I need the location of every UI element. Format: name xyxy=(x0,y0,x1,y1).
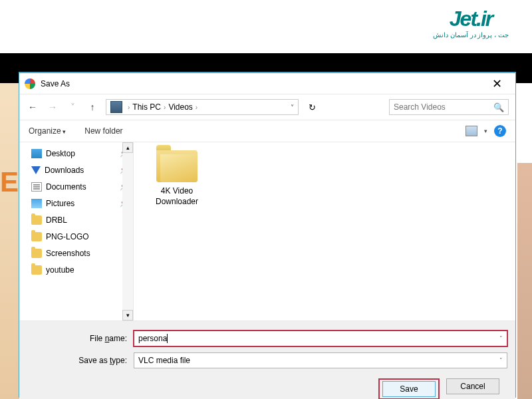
recent-dropdown[interactable]: ˅ xyxy=(66,102,79,112)
scrollbar-track[interactable] xyxy=(122,153,133,310)
sidebar-list: Desktop📌 Downloads📌 Documents📌 Pictures📌… xyxy=(19,142,133,281)
sidebar-item-drbl[interactable]: DRBL xyxy=(31,211,133,228)
filetype-value: VLC media file xyxy=(138,356,190,365)
sidebar-item-desktop[interactable]: Desktop📌 xyxy=(31,145,133,162)
logo-tagline: جت ، پرواز در آسمان دانش xyxy=(433,31,509,39)
sidebar-item-documents[interactable]: Documents📌 xyxy=(31,178,133,195)
background-glyph: E xyxy=(0,166,19,198)
pictures-icon xyxy=(31,199,42,208)
sidebar-item-label: Desktop xyxy=(46,149,75,158)
sidebar-item-screenshots[interactable]: Screenshots xyxy=(31,245,133,261)
sidebar-item-downloads[interactable]: Downloads📌 xyxy=(31,162,133,178)
filetype-row: Save as type: VLC media file ˅ xyxy=(27,352,507,368)
breadcrumb-this-pc[interactable]: This PC xyxy=(132,102,161,112)
document-icon xyxy=(31,182,42,192)
save-as-dialog: Save As ✕ ← → ˅ ↑ › This PC › Videos › ˅… xyxy=(19,72,516,398)
filetype-select[interactable]: VLC media file ˅ xyxy=(134,352,507,368)
logo-text: Jet.ir xyxy=(433,7,509,31)
titlebar: Save As ✕ xyxy=(19,73,515,94)
search-icon[interactable]: 🔍 xyxy=(493,102,504,112)
view-button[interactable] xyxy=(466,126,477,136)
folder-4k-video-downloader[interactable]: 4K Video Downloader xyxy=(147,150,207,207)
sidebar-item-label: PNG-LOGO xyxy=(46,232,89,241)
up-button[interactable]: ↑ xyxy=(86,102,99,112)
brand-logo: Jet.ir جت ، پرواز در آسمان دانش xyxy=(433,7,509,39)
filename-value: persona xyxy=(138,334,167,343)
close-button[interactable]: ✕ xyxy=(483,76,510,91)
help-icon[interactable]: ? xyxy=(494,125,506,137)
nav-row: ← → ˅ ↑ › This PC › Videos › ˅ ↻ 🔍 xyxy=(19,94,515,120)
cancel-button[interactable]: Cancel xyxy=(446,378,499,394)
filename-dropdown[interactable]: ˅ xyxy=(495,331,507,346)
sidebar-item-label: Pictures xyxy=(46,199,74,208)
sidebar-item-youtube[interactable]: youtube xyxy=(31,261,133,278)
save-highlight: Save xyxy=(378,378,440,399)
new-folder-button[interactable]: New folder xyxy=(84,126,122,136)
back-button[interactable]: ← xyxy=(26,102,39,112)
background-left xyxy=(0,83,20,399)
file-pane[interactable]: 4K Video Downloader xyxy=(134,142,515,321)
chevron-right-icon[interactable]: › xyxy=(128,104,130,111)
chrome-icon xyxy=(25,78,35,89)
filename-row: File name: persona ˅ xyxy=(27,331,507,346)
folder-icon xyxy=(31,249,42,258)
sidebar-item-png-logo[interactable]: PNG-LOGO xyxy=(31,228,133,245)
save-button[interactable]: Save xyxy=(382,381,436,397)
scroll-down-button[interactable]: ▾ xyxy=(122,310,133,321)
filetype-dropdown[interactable]: ˅ xyxy=(495,353,507,368)
dialog-title: Save As xyxy=(41,79,70,88)
chevron-right-icon[interactable]: › xyxy=(196,104,198,111)
sidebar-item-label: Downloads xyxy=(45,166,84,175)
text-cursor xyxy=(167,334,168,343)
bottom-panel: File name: persona ˅ Save as type: VLC m… xyxy=(19,321,515,399)
search-input[interactable] xyxy=(394,102,493,112)
scroll-up-button[interactable]: ▴ xyxy=(122,142,133,153)
desktop-icon xyxy=(31,149,42,158)
view-dropdown[interactable]: ▾ xyxy=(484,128,487,134)
forward-button: → xyxy=(46,102,59,112)
background-right xyxy=(517,163,532,399)
address-dropdown[interactable]: ˅ xyxy=(291,104,294,111)
filename-label: File name: xyxy=(27,334,134,343)
folder-icon xyxy=(31,232,42,241)
search-box[interactable]: 🔍 xyxy=(389,99,509,115)
sidebar-item-label: youtube xyxy=(46,265,74,275)
chevron-right-icon[interactable]: › xyxy=(164,104,166,111)
folder-icon xyxy=(31,265,42,275)
address-bar[interactable]: › This PC › Videos › ˅ xyxy=(106,99,299,115)
content-area: ▴ ▾ Desktop📌 Downloads📌 Documents📌 Pictu… xyxy=(19,142,515,321)
organize-menu[interactable]: Organize xyxy=(29,126,66,136)
sidebar-item-pictures[interactable]: Pictures📌 xyxy=(31,195,133,211)
folder-icon xyxy=(156,150,198,182)
sidebar-item-label: DRBL xyxy=(46,215,67,225)
filename-input[interactable]: persona ˅ xyxy=(134,331,507,346)
sidebar-item-label: Documents xyxy=(46,182,86,192)
breadcrumb-videos[interactable]: Videos xyxy=(168,102,192,112)
refresh-button[interactable]: ↻ xyxy=(305,102,319,112)
filetype-label: Save as type: xyxy=(27,356,134,365)
toolbar: Organize New folder ▾ ? xyxy=(19,120,515,142)
pc-icon xyxy=(110,101,122,113)
folder-icon xyxy=(31,215,42,225)
download-icon xyxy=(31,166,41,174)
folder-label: 4K Video Downloader xyxy=(147,186,207,207)
sidebar: ▴ ▾ Desktop📌 Downloads📌 Documents📌 Pictu… xyxy=(19,142,134,321)
sidebar-item-label: Screenshots xyxy=(46,249,90,258)
button-row: Save Cancel xyxy=(27,374,507,399)
